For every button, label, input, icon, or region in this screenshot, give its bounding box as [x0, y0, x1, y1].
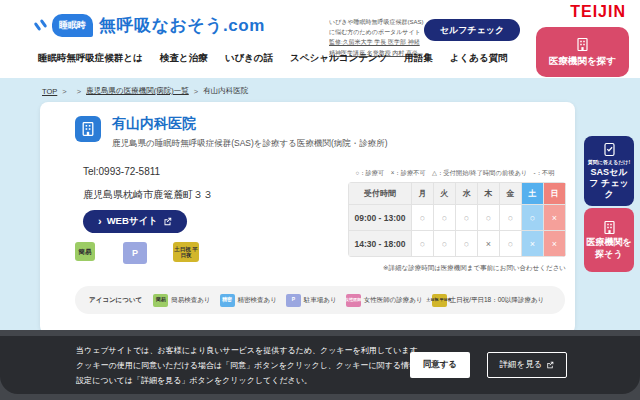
find-medical-institution-button[interactable]: 医療機関を探す — [536, 27, 629, 77]
find-button-label: 医療機関を探す — [549, 55, 616, 68]
badge-parking: P — [286, 294, 301, 307]
schedule-note: ※詳細な診療時間は医療機関まで事前にお問い合わせください — [348, 264, 566, 273]
badge-parking: P — [123, 242, 147, 264]
details-button-label: 詳細を見る — [500, 359, 543, 371]
nav-item-about-sas[interactable]: 睡眠時無呼吸症候群とは — [38, 52, 143, 65]
badge-detailed-test: 精密 — [220, 294, 235, 307]
schedule-header-time: 受付時間 — [349, 183, 412, 205]
schedule-header-mon: 月 — [412, 183, 434, 205]
schedule-cell: ○ — [434, 205, 456, 231]
schedule-cell: ○ — [412, 231, 434, 257]
legend-label: 駐車場あり — [304, 296, 337, 305]
schedule-cell: × — [544, 205, 566, 231]
site-header: 睡眠時 無呼吸なおそう.com いびきや睡眠時無呼吸症候群(SAS)に悩む方のた… — [0, 0, 640, 78]
breadcrumb-separator: > — [62, 87, 66, 96]
legend-item-weekend-night: 土日祝 平日夜 土日祝/平日18：00以降診療あり — [432, 294, 545, 307]
main-nav: 睡眠時無呼吸症候群とは 検査と治療 いびきの話 スペシャルコンテンツ 用語集 よ… — [38, 52, 508, 65]
legend-item-female-doctor: 女性医師 女性医師の診療あり — [346, 294, 423, 307]
website-button-label: WEBサイト — [107, 215, 158, 228]
badge-female-doctor: 女性医師 — [346, 294, 361, 307]
schedule-header-tue: 火 — [434, 183, 456, 205]
cookie-line: 当ウェブサイトでは、お客様により良いサービスを提供するため、クッキーを利用してい… — [76, 343, 426, 358]
schedule-cell: × — [478, 231, 500, 257]
legend-label: 土日祝/平日18：00以降診療あり — [450, 296, 545, 305]
building-icon — [602, 220, 617, 235]
schedule-cell: ○ — [500, 231, 522, 257]
cookie-message: 当ウェブサイトでは、お客様により良いサービスを提供するため、クッキーを利用してい… — [76, 343, 426, 388]
nav-item-special-contents[interactable]: スペシャルコンテンツ — [290, 52, 387, 65]
legend-label: 精密検査あり — [238, 296, 277, 305]
schedule-cell: ○ — [412, 205, 434, 231]
legend-item-simple: 簡易 簡易検査あり — [153, 294, 210, 307]
nav-item-glossary[interactable]: 用語集 — [404, 52, 433, 65]
logo-sleep-badge: 睡眠時 — [52, 14, 93, 37]
teijin-logo: TEIJIN — [570, 3, 626, 21]
breadcrumb-current: 有山内科医院 — [203, 86, 248, 96]
breadcrumb-prefecture-list[interactable]: 鹿児島県の医療機関(病院)一覧 — [86, 86, 189, 96]
clinic-phone: Tel:0993-72-5811 — [83, 166, 160, 177]
nav-item-tests-treatment[interactable]: 検査と治療 — [160, 52, 208, 65]
external-link-icon — [163, 217, 172, 226]
logo-text: 無呼吸なおそう.com — [99, 14, 265, 37]
schedule-header-thu: 木 — [478, 183, 500, 205]
schedule-time: 09:00 - 13:00 — [349, 205, 412, 231]
website-button[interactable]: › WEBサイト — [83, 210, 187, 233]
schedule-header-sat: 土 — [522, 183, 544, 205]
schedule-cell: ○ — [456, 231, 478, 257]
schedule-legend: ○：診療可 ×：診療不可 △：受付開始/終了時間の前後あり -：不明 — [340, 169, 570, 178]
badge-simple-test: 簡易 — [153, 294, 168, 307]
schedule-row-afternoon: 14:30 - 18:00 ○ ○ ○ × ○ × × — [349, 231, 566, 257]
breadcrumb-top[interactable]: TOP — [42, 87, 57, 96]
clinic-feature-badges: 簡易 P 土日祝 平日夜 — [75, 242, 199, 264]
nav-item-snoring[interactable]: いびきの話 — [225, 52, 273, 65]
schedule-table: 受付時間 月 火 水 木 金 土 日 09:00 - 13:00 ○ ○ ○ ○ — [348, 182, 566, 257]
self-check-label: SASセルフ チェック — [586, 167, 632, 201]
checklist-icon — [602, 142, 617, 157]
cookie-line: 設定については「詳細を見る」ボタンをクリックしてください。 — [76, 373, 426, 388]
sas-self-check-button[interactable]: 質問に答えるだけ! SASセルフ チェック — [584, 136, 634, 206]
schedule-cell: ○ — [434, 231, 456, 257]
self-check-caption: 質問に答えるだけ! — [588, 159, 630, 165]
schedule-time: 14:30 - 18:00 — [349, 231, 412, 257]
icon-legend-bar: アイコンについて 簡易 簡易検査あり 精密 精密検査あり P 駐車場あり 女性医… — [75, 286, 565, 314]
badge-weekend-night: 土日祝 平日夜 — [173, 242, 199, 262]
schedule-cell: ○ — [522, 205, 544, 231]
find-side-label: 医療機関を 探そう — [586, 237, 632, 260]
schedule-header-wed: 水 — [456, 183, 478, 205]
schedule-cell: ○ — [500, 205, 522, 231]
chevron-right-icon: › — [98, 216, 102, 227]
page: 睡眠時 無呼吸なおそう.com いびきや睡眠時無呼吸症候群(SAS)に悩む方のた… — [0, 0, 640, 400]
clinic-subtitle: 鹿児島県の睡眠時無呼吸症候群(SAS)を診療する医療機関(病院・診療所) — [112, 138, 388, 150]
site-logo[interactable]: 睡眠時 無呼吸なおそう.com — [36, 14, 265, 37]
breadcrumb-separator: > — [194, 87, 198, 96]
schedule-header-sun: 日 — [544, 183, 566, 205]
icon-legend-title: アイコンについて — [89, 296, 142, 305]
clinic-card: 有山内科医院 鹿児島県の睡眠時無呼吸症候群(SAS)を診療する医療機関(病院・診… — [40, 102, 575, 334]
find-medical-institution-side-button[interactable]: 医療機関を 探そう — [584, 208, 634, 272]
clinic-building-icon — [75, 116, 101, 142]
badge-simple-test: 簡易 — [75, 242, 95, 261]
legend-item-detailed: 精密 精密検査あり — [220, 294, 277, 307]
external-link-icon — [546, 361, 554, 369]
tagline-line1: いびきや睡眠時無呼吸症候群(SAS)に悩む方のためのポータルサイト — [329, 17, 424, 37]
clinic-name: 有山内科医院 — [112, 115, 196, 133]
schedule-row-morning: 09:00 - 13:00 ○ ○ ○ ○ ○ ○ × — [349, 205, 566, 231]
snore-marks-icon — [36, 19, 46, 33]
legend-label: 簡易検査あり — [171, 296, 210, 305]
schedule-cell: × — [544, 231, 566, 257]
schedule-cell: ○ — [456, 205, 478, 231]
cookie-banner: 当ウェブサイトでは、お客様により良いサービスを提供するため、クッキーを利用してい… — [0, 336, 640, 394]
breadcrumb-separator: > — [77, 87, 81, 96]
badge-weekend-night: 土日祝 平日夜 — [432, 294, 447, 307]
legend-item-parking: P 駐車場あり — [286, 294, 337, 307]
cookie-details-button[interactable]: 詳細を見る — [487, 352, 567, 378]
cookie-agree-button[interactable]: 同意する — [410, 352, 470, 378]
schedule-cell: × — [522, 231, 544, 257]
schedule-header-row: 受付時間 月 火 水 木 金 土 日 — [349, 183, 566, 205]
schedule-header-fri: 金 — [500, 183, 522, 205]
breadcrumb: TOP > > 鹿児島県の医療機関(病院)一覧 > 有山内科医院 — [42, 86, 248, 96]
nav-item-faq[interactable]: よくある質問 — [450, 52, 508, 65]
legend-label: 女性医師の診療あり — [364, 296, 423, 305]
self-check-button[interactable]: セルフチェック — [424, 19, 520, 41]
building-icon — [575, 37, 590, 52]
